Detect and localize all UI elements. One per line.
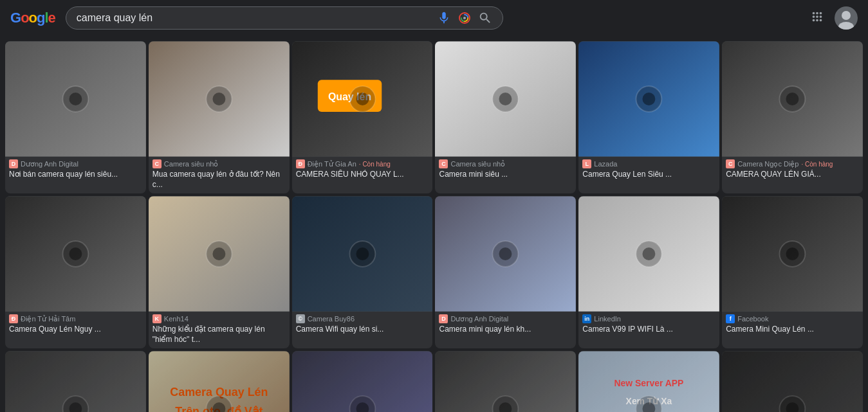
- source-name: Lazada: [594, 160, 617, 168]
- image-item[interactable]: Quay lénĐĐiện Tử Gia An · Còn hàngCAMERA…: [292, 41, 433, 193]
- image-thumbnail: [5, 196, 146, 312]
- source-favicon: K: [152, 314, 162, 323]
- source-favicon: D: [439, 314, 448, 323]
- svg-point-18: [499, 93, 512, 105]
- item-info: CCamera Ngọc Diệp · Còn hàngCAMERA QUAY …: [722, 157, 863, 184]
- search-bar: [66, 6, 503, 30]
- source-line: DDương Anh Digital: [9, 159, 142, 168]
- image-item[interactable]: Camera Quay LénTrên oto, đồ VậtCamera Qu…: [149, 351, 290, 412]
- item-title: Những kiểu đặt camera quay lén "hiểm hóc…: [152, 325, 286, 345]
- source-name: Điện Tử Gia An: [308, 160, 356, 168]
- search-input[interactable]: [77, 12, 430, 24]
- source-line: fFacebook: [726, 314, 859, 323]
- item-info: KKenh14Những kiểu đặt camera quay lén "h…: [149, 312, 290, 348]
- image-thumbnail: [149, 41, 290, 157]
- item-title: Camera Quay Lén Nguy ...: [9, 325, 142, 335]
- image-thumbnail: [722, 351, 863, 412]
- svg-point-15: [356, 93, 369, 105]
- svg-point-24: [786, 93, 799, 105]
- item-title: Mua camera quay lén ở đâu tốt? Nên c...: [152, 170, 286, 190]
- apps-icon: [810, 10, 824, 24]
- svg-point-7: [69, 93, 82, 105]
- source-favicon: in: [582, 314, 591, 323]
- search-icons: [437, 11, 492, 25]
- image-item[interactable]: LLazadaCamera Quay Len Siêu ...: [578, 41, 719, 193]
- svg-point-30: [212, 247, 225, 260]
- source-name: LinkedIn: [594, 315, 621, 323]
- svg-point-3: [842, 11, 851, 20]
- item-info: ©Camera Buy86Camera Wifi quay lén si...: [292, 312, 433, 339]
- image-item[interactable]: fFacebookCamera Mini Quay Lén ...: [722, 196, 863, 348]
- header-right: [810, 6, 858, 30]
- image-item[interactable]: [435, 351, 576, 412]
- source-favicon: D: [9, 159, 18, 168]
- image-item[interactable]: [722, 351, 863, 412]
- item-title: Camera V99 IP WIFI Là ...: [582, 325, 716, 335]
- image-thumbnail: [578, 196, 719, 312]
- stock-badge: · Còn hàng: [359, 161, 391, 168]
- item-info: LLazadaCamera Quay Len Siêu ...: [578, 157, 719, 184]
- item-info: DDương Anh DigitalNơi bán camera quay lé…: [5, 157, 146, 184]
- account-avatar[interactable]: [835, 6, 858, 30]
- image-item[interactable]: ĐĐiện Tử Hải TâmCamera Quay Lén Nguy ...: [5, 196, 146, 348]
- image-thumbnail: [578, 41, 719, 157]
- source-line: ĐĐiện Tử Gia An · Còn hàng: [296, 159, 429, 168]
- source-favicon: ©: [296, 314, 305, 323]
- source-name: Facebook: [737, 315, 768, 323]
- search-submit-icon: [478, 11, 492, 25]
- source-favicon: C: [152, 159, 162, 168]
- source-name: Camera Ngọc Diệp: [737, 160, 799, 168]
- apps-button[interactable]: [810, 10, 824, 27]
- svg-point-42: [786, 247, 799, 260]
- item-title: CAMERA QUAY LÉN GIÁ...: [726, 170, 859, 180]
- image-item[interactable]: CCamera Ngọc Diệp · Còn hàngCAMERA QUAY …: [722, 41, 863, 193]
- svg-text:New Server APP: New Server APP: [614, 379, 684, 389]
- image-thumbnail: [292, 351, 433, 412]
- source-name: Dương Anh Digital: [21, 160, 78, 168]
- svg-point-21: [643, 93, 656, 105]
- image-thumbnail: Camera Quay LénTrên oto, đồ Vật: [149, 351, 290, 412]
- svg-point-10: [212, 93, 225, 105]
- image-item[interactable]: inLinkedInCamera V99 IP WIFI Là ...: [578, 196, 719, 348]
- stock-badge: · Còn hàng: [801, 161, 833, 168]
- image-item[interactable]: DDương Anh DigitalNơi bán camera quay lé…: [5, 41, 146, 193]
- item-title: Camera Quay Len Siêu ...: [582, 170, 716, 180]
- image-item[interactable]: [5, 351, 146, 412]
- image-item[interactable]: DDương Anh DigitalCamera mini quay lén k…: [435, 196, 576, 348]
- svg-point-39: [643, 247, 656, 260]
- image-thumbnail: Quay lén: [292, 41, 433, 157]
- source-line: DDương Anh Digital: [439, 314, 572, 323]
- source-name: Điện Tử Hải Tâm: [21, 315, 75, 323]
- item-title: Camera mini siêu ...: [439, 170, 572, 180]
- item-info: CCamera siêu nhỏMua camera quay lén ở đâ…: [149, 157, 290, 193]
- source-line: CCamera siêu nhỏ: [152, 159, 286, 168]
- image-item[interactable]: CCamera siêu nhỏMua camera quay lén ở đâ…: [149, 41, 290, 193]
- source-line: ©Camera Buy86: [296, 314, 429, 323]
- source-favicon: f: [726, 314, 735, 323]
- image-item[interactable]: KKenh14Những kiểu đặt camera quay lén "h…: [149, 196, 290, 348]
- search-submit-button[interactable]: [478, 11, 492, 25]
- source-name: Camera siêu nhỏ: [164, 160, 219, 168]
- image-item[interactable]: CCamera siêu nhỏCamera mini siêu ...: [435, 41, 576, 193]
- source-favicon: Đ: [296, 159, 305, 168]
- image-thumbnail: [435, 351, 576, 412]
- source-favicon: L: [582, 159, 591, 168]
- avatar-icon: [835, 6, 858, 30]
- item-info: fFacebookCamera Mini Quay Lén ...: [722, 312, 863, 339]
- image-item[interactable]: New Server APPXem Từ XaBằng 3GNew Server…: [578, 351, 719, 412]
- item-info: ĐĐiện Tử Hải TâmCamera Quay Lén Nguy ...: [5, 312, 146, 339]
- image-item[interactable]: [292, 351, 433, 412]
- image-thumbnail: [435, 196, 576, 312]
- source-line: inLinkedIn: [582, 314, 716, 323]
- source-name: Dương Anh Digital: [450, 315, 508, 323]
- lens-button[interactable]: [457, 11, 472, 25]
- mic-button[interactable]: [437, 11, 451, 25]
- image-grid: DDương Anh DigitalNơi bán camera quay lé…: [0, 36, 868, 412]
- source-line: CCamera Ngọc Diệp · Còn hàng: [726, 159, 859, 168]
- item-title: Camera Wifi quay lén si...: [296, 325, 429, 335]
- source-name: Kenh14: [164, 315, 189, 323]
- source-favicon: C: [726, 159, 735, 168]
- google-logo[interactable]: Google: [10, 10, 55, 26]
- image-item[interactable]: ©Camera Buy86Camera Wifi quay lén si...: [292, 196, 433, 348]
- image-thumbnail: [722, 41, 863, 157]
